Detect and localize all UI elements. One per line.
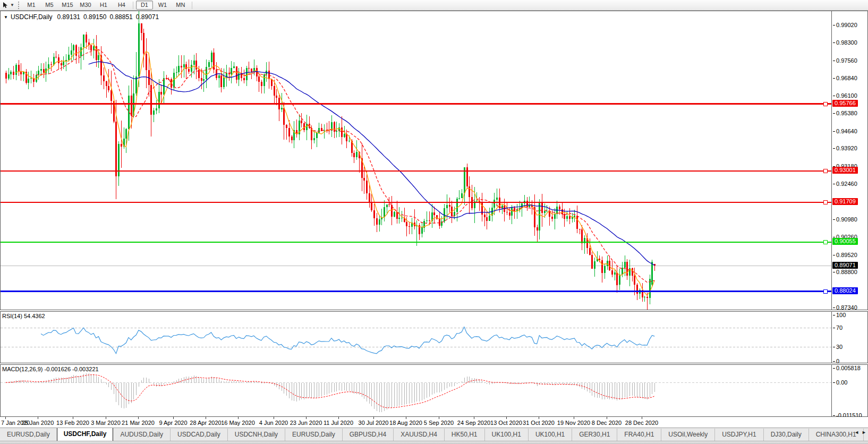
date-axis-label: 24 Sep 2020 (457, 420, 490, 426)
date-axis-label: 16 May 2020 (221, 420, 255, 426)
symbol-tab-gbpusd-h4[interactable]: GBPUSD,H4 (342, 429, 393, 441)
macd-panel[interactable]: MACD(12,26,9) -0.001626 -0.003221 0.0058… (0, 364, 868, 417)
date-tick-mark (238, 417, 239, 419)
timeframe-buttons: M1M5M15M30H1H4D1W1MN (22, 1, 194, 10)
price-axis-label: 0.99020 (832, 22, 857, 29)
timeframe-button-h1[interactable]: H1 (95, 1, 112, 10)
timeframe-button-w1[interactable]: W1 (154, 1, 171, 10)
date-axis-label: 23 Jun 2020 (290, 420, 322, 426)
timeframe-button-m15[interactable]: M15 (59, 1, 76, 10)
date-axis-label: 13 Oct 2020 (490, 420, 522, 426)
chevron-down-icon: ▼ (10, 3, 14, 7)
symbol-tab-xauusd-h4[interactable]: XAUUSD,H4 (393, 429, 444, 441)
collapse-arrow-icon[interactable]: ▼ (4, 15, 8, 20)
symbol-tab-audusd-daily[interactable]: AUDUSD,Daily (113, 429, 170, 441)
symbol-tab-eurusd-daily[interactable]: EURUSD,Daily (285, 429, 342, 441)
symbol-tab-bar: EURUSD,DailyUSDCHF,DailyAUDUSD,DailyUSDC… (0, 428, 868, 441)
symbol-tab-dj30-daily[interactable]: DJ30,Daily (763, 429, 809, 441)
date-tick-mark (206, 417, 206, 419)
date-axis-label: 11 Jul 2020 (324, 420, 353, 426)
timeframe-button-d1[interactable]: D1 (136, 1, 153, 10)
date-tick-mark (607, 417, 607, 419)
macd-histogram (6, 373, 655, 412)
price-axis-label: 0.95380 (832, 110, 857, 117)
timeframe-button-m5[interactable]: M5 (41, 1, 58, 10)
cursor-tool-button[interactable]: ▼ (0, 1, 16, 10)
chart-symbol-label: USDCHF,Daily (11, 13, 53, 21)
date-tick-mark (306, 417, 307, 419)
rsi-levels (1, 328, 831, 347)
cursor-icon (2, 2, 8, 8)
tab-scroll-arrows: ◄► (852, 430, 866, 435)
date-tick-mark (406, 417, 406, 419)
date-tick-mark (338, 417, 339, 419)
date-tick-mark (106, 417, 106, 419)
date-axis[interactable]: 7 Jan 202025 Jan 202013 Feb 20203 Mar 20… (0, 417, 868, 428)
price-axis-label: 0.94640 (832, 128, 857, 135)
hline-price-label: 0.90055 (832, 238, 858, 245)
date-tick-mark (439, 417, 439, 419)
price-axis-label: 0.87340 (832, 304, 857, 311)
symbol-tab-hk50-h1[interactable]: HK50,H1 (444, 429, 484, 441)
ohlc-low: 0.88851 (109, 13, 132, 21)
symbol-tab-uk100-h1[interactable]: UK100,H1 (528, 429, 572, 441)
price-axis-label: 0.89520 (832, 252, 857, 259)
hline-price-label: 0.88024 (832, 287, 858, 294)
rsi-axis-border (831, 312, 832, 363)
date-axis-label: 19 Nov 2020 (557, 420, 590, 426)
timeframe-button-h4[interactable]: H4 (113, 1, 130, 10)
symbol-tab-uk100-h1[interactable]: UK100,H1 (484, 429, 528, 441)
toolbar: ▼ M1M5M15M30H1H4D1W1MN (0, 0, 868, 11)
date-tick-mark (642, 417, 642, 419)
macd-chart[interactable] (1, 365, 831, 416)
price-axis-label: 0.96840 (832, 75, 857, 82)
macd-axis-label: 0.00 (832, 379, 847, 386)
macd-indicator-label: MACD(12,26,9) -0.001626 -0.003221 (2, 366, 99, 372)
date-tick-mark (38, 417, 38, 419)
symbol-tab-usoil-weekly[interactable]: USOil,Weekly (661, 429, 714, 441)
price-axis-label: 0.96100 (832, 92, 857, 99)
timeframe-button-m30[interactable]: M30 (77, 1, 94, 10)
rsi-axis-label: 70 (832, 325, 843, 331)
date-tick-mark (506, 417, 507, 419)
rsi-axis-label: 100 (832, 312, 846, 319)
tab-scroll-right-icon[interactable]: ► (862, 430, 866, 435)
rsi-chart[interactable] (1, 312, 831, 363)
date-tick-mark (373, 417, 374, 419)
main-chart-panel[interactable]: ▼USDCHF,Daily0.891310.891500.888510.8907… (0, 11, 868, 310)
rsi-line (41, 327, 654, 354)
ohlc-high: 0.89150 (83, 13, 106, 21)
date-axis-label: 3 Mar 2020 (91, 420, 121, 426)
symbol-tab-usdcnh-daily[interactable]: USDCNH,Daily (227, 429, 285, 441)
timeframe-button-mn[interactable]: MN (172, 1, 189, 10)
price-axis-label: 0.98300 (832, 39, 857, 46)
symbol-tab-usdcad-daily[interactable]: USDCAD,Daily (170, 429, 227, 441)
tab-scroll-left-icon[interactable]: ◄ (854, 430, 859, 435)
symbol-tab-fra40-h1[interactable]: FRA40,H1 (617, 429, 661, 441)
toolbar-separator (192, 2, 192, 9)
toolbar-grip[interactable] (18, 2, 19, 9)
toolbar-separator (133, 2, 133, 9)
date-axis-label: 13 Feb 2020 (56, 420, 89, 426)
price-axis-label: 0.90980 (832, 216, 857, 223)
timeframe-button-m1[interactable]: M1 (23, 1, 40, 10)
chart-title: ▼USDCHF,Daily0.891310.891500.888510.8907… (4, 13, 162, 21)
hline-price-label: 0.93001 (832, 167, 858, 174)
price-axis-border (831, 11, 832, 310)
rsi-panel[interactable]: RSI(14) 54.4362 10070300 (0, 311, 868, 363)
symbol-tab-usdchf-daily[interactable]: USDCHF,Daily (57, 428, 114, 441)
date-axis-label: 30 Jul 2020 (359, 420, 389, 426)
date-tick-mark (73, 417, 73, 419)
date-axis-label: 25 Jan 2020 (22, 420, 54, 426)
date-tick-mark (274, 417, 274, 419)
date-tick-mark (138, 417, 139, 419)
candlestick-chart[interactable] (1, 11, 831, 310)
symbol-tab-usdjpy-h1[interactable]: USDJPY,H1 (714, 429, 763, 441)
date-axis-label: 21 Mar 2020 (122, 420, 155, 426)
date-tick-mark (574, 417, 574, 419)
date-tick-mark (5, 417, 6, 419)
symbol-tab-ger30-h1[interactable]: GER30,H1 (572, 429, 617, 441)
rsi-indicator-label: RSI(14) 54.4362 (2, 313, 45, 319)
moving-averages-layer (16, 44, 654, 295)
symbol-tab-eurusd-daily[interactable]: EURUSD,Daily (0, 429, 57, 441)
